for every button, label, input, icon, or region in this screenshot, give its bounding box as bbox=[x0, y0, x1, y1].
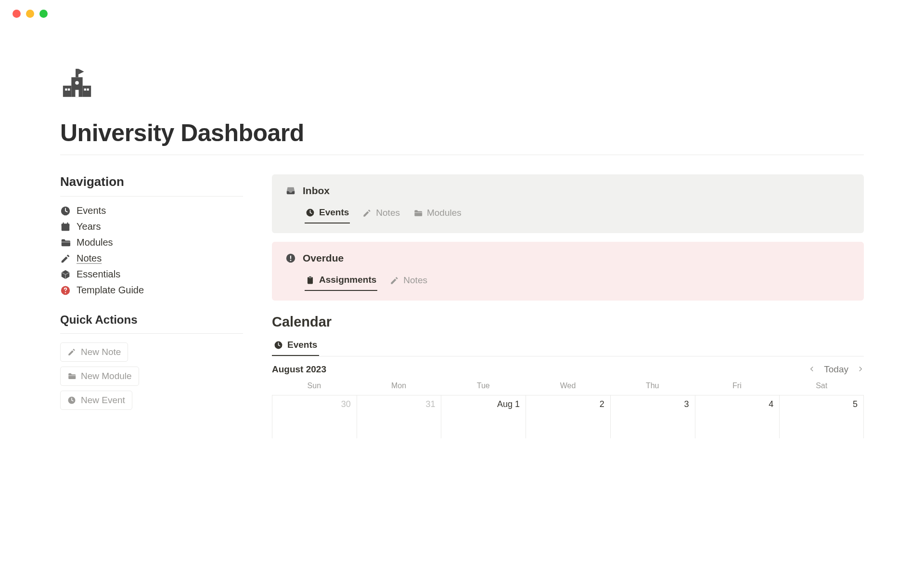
calendar-tab-events[interactable]: Events bbox=[272, 337, 319, 356]
calendar-cell[interactable]: 31 bbox=[357, 395, 441, 438]
sidebar: Navigation Events Years Modules Notes bbox=[60, 174, 243, 438]
clock-icon bbox=[67, 396, 76, 405]
calendar-cell[interactable]: 4 bbox=[695, 395, 780, 438]
calendar-heading: Calendar bbox=[272, 314, 864, 330]
folder-icon bbox=[60, 237, 71, 248]
calendar-today-button[interactable]: Today bbox=[824, 364, 848, 375]
calendar-month-label: August 2023 bbox=[272, 364, 326, 375]
divider bbox=[60, 155, 864, 155]
inbox-tab-modules[interactable]: Modules bbox=[412, 205, 462, 223]
window-controls bbox=[0, 0, 924, 18]
button-label: New Event bbox=[81, 395, 125, 406]
quick-actions-heading: Quick Actions bbox=[60, 313, 243, 327]
nav-item-notes[interactable]: Notes bbox=[60, 253, 243, 264]
nav-item-years[interactable]: Years bbox=[60, 221, 243, 232]
tab-label: Notes bbox=[376, 208, 400, 218]
new-event-button[interactable]: New Event bbox=[60, 391, 132, 410]
inbox-tab-events[interactable]: Events bbox=[305, 204, 350, 223]
clock-icon bbox=[274, 341, 283, 350]
dow-label: Sun bbox=[272, 381, 357, 395]
inbox-icon bbox=[285, 185, 296, 196]
pencil-icon bbox=[390, 276, 399, 285]
page-title: University Dashboard bbox=[60, 119, 864, 147]
overdue-tab-notes[interactable]: Notes bbox=[389, 272, 428, 290]
overdue-tab-assignments[interactable]: Assignments bbox=[305, 272, 377, 291]
divider bbox=[60, 196, 243, 197]
nav-item-label: Essentials bbox=[77, 269, 120, 280]
overdue-title: Overdue bbox=[303, 252, 344, 264]
new-module-button[interactable]: New Module bbox=[60, 367, 139, 386]
nav-item-label: Events bbox=[77, 205, 106, 216]
calendar-cell[interactable]: Aug 1 bbox=[441, 395, 526, 438]
inbox-callout: Inbox Events Notes Modules bbox=[272, 174, 864, 233]
page-icon-school[interactable] bbox=[60, 66, 94, 105]
dow-label: Fri bbox=[695, 381, 780, 395]
new-note-button[interactable]: New Note bbox=[60, 342, 128, 362]
pencil-icon bbox=[60, 253, 71, 264]
clock-icon bbox=[306, 208, 315, 217]
nav-item-events[interactable]: Events bbox=[60, 205, 243, 216]
button-label: New Module bbox=[81, 371, 132, 381]
calendar-next-button[interactable] bbox=[857, 364, 864, 375]
calendar-grid: Sun Mon Tue Wed Thu Fri Sat 30 31 Aug 1 … bbox=[272, 381, 864, 438]
folder-icon bbox=[413, 209, 423, 218]
dow-label: Mon bbox=[357, 381, 441, 395]
calendar-cell[interactable]: 2 bbox=[526, 395, 610, 438]
calendar-icon bbox=[60, 222, 71, 232]
calendar-cell[interactable]: 5 bbox=[779, 395, 864, 438]
main-content: Inbox Events Notes Modules bbox=[272, 174, 864, 438]
dow-label: Thu bbox=[610, 381, 695, 395]
overdue-callout: Overdue Assignments Notes bbox=[272, 242, 864, 301]
pencil-icon bbox=[362, 209, 372, 218]
folder-icon bbox=[67, 372, 76, 381]
window-zoom-button[interactable] bbox=[39, 10, 48, 18]
tab-label: Events bbox=[287, 340, 317, 350]
button-label: New Note bbox=[81, 347, 121, 357]
window-close-button[interactable] bbox=[13, 10, 21, 18]
clock-icon bbox=[60, 206, 71, 216]
inbox-title: Inbox bbox=[303, 185, 330, 197]
help-icon bbox=[60, 285, 71, 296]
divider bbox=[60, 333, 243, 334]
inbox-tab-notes[interactable]: Notes bbox=[361, 205, 401, 223]
tab-label: Assignments bbox=[319, 275, 376, 285]
window-minimize-button[interactable] bbox=[26, 10, 34, 18]
nav-item-label: Template Guide bbox=[77, 285, 144, 296]
tab-label: Modules bbox=[427, 208, 462, 218]
dow-label: Wed bbox=[526, 381, 610, 395]
tab-label: Events bbox=[319, 207, 349, 218]
nav-item-label: Modules bbox=[77, 237, 113, 248]
calendar-cell[interactable]: 30 bbox=[272, 395, 357, 438]
box-icon bbox=[60, 269, 71, 280]
pencil-icon bbox=[67, 348, 76, 356]
dow-label: Sat bbox=[779, 381, 864, 395]
nav-item-essentials[interactable]: Essentials bbox=[60, 269, 243, 280]
nav-item-modules[interactable]: Modules bbox=[60, 237, 243, 248]
nav-item-label: Notes bbox=[77, 253, 102, 264]
tab-label: Notes bbox=[403, 275, 427, 286]
nav-item-template-guide[interactable]: Template Guide bbox=[60, 285, 243, 296]
dow-label: Tue bbox=[441, 381, 526, 395]
clipboard-icon bbox=[306, 276, 315, 285]
nav-heading: Navigation bbox=[60, 174, 243, 189]
calendar-cell[interactable]: 3 bbox=[610, 395, 695, 438]
alert-icon bbox=[285, 253, 296, 263]
nav-item-label: Years bbox=[77, 221, 101, 232]
calendar-prev-button[interactable] bbox=[808, 364, 815, 375]
